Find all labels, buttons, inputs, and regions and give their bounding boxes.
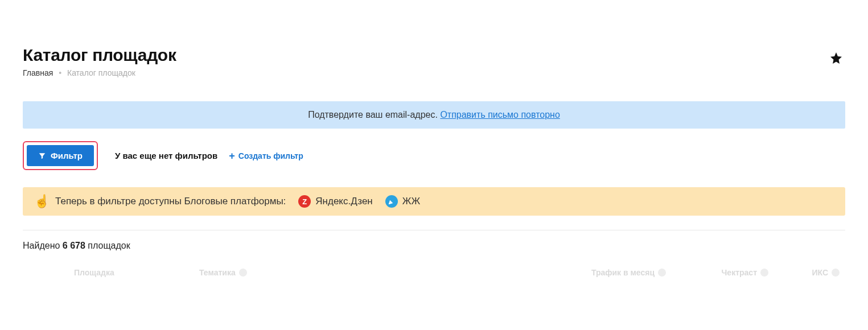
breadcrumb: Главная • Каталог площадок xyxy=(23,68,845,77)
resend-email-link[interactable]: Отправить письмо повторно xyxy=(440,110,560,119)
table-header-row: Площадка Тематика Трафик в месяц Чектрас… xyxy=(23,268,845,277)
plus-icon: + xyxy=(229,151,235,161)
livejournal-icon xyxy=(385,195,398,208)
platform-label: Яндекс.Дзен xyxy=(315,196,372,207)
info-icon xyxy=(760,269,768,277)
col-trust[interactable]: Чектраст xyxy=(666,268,768,277)
col-trust-label: Чектраст xyxy=(722,268,757,277)
col-iks-label: ИКС xyxy=(812,268,828,277)
col-topic-label: Тематика xyxy=(199,268,236,277)
email-confirm-banner: Подтвердите ваш email-адрес. Отправить п… xyxy=(23,101,845,129)
breadcrumb-home[interactable]: Главная xyxy=(23,68,53,77)
platform-livejournal[interactable]: ЖЖ xyxy=(385,195,420,208)
email-confirm-text: Подтвердите ваш email-адрес. xyxy=(308,110,438,119)
breadcrumb-current: Каталог площадок xyxy=(67,68,135,77)
filter-button-highlight: Фильтр xyxy=(23,141,98,170)
col-iks[interactable]: ИКС xyxy=(768,268,845,277)
info-icon xyxy=(832,269,840,277)
results-suffix: площадок xyxy=(88,241,130,250)
results-number: 6 678 xyxy=(63,241,85,250)
create-filter-link[interactable]: + Создать фильтр xyxy=(229,151,303,161)
no-filters-text: У вас еще нет фильтров xyxy=(115,151,217,160)
banner-text: Теперь в фильтре доступны Блоговые платф… xyxy=(55,196,286,207)
yandex-dzen-icon: Z xyxy=(298,195,311,208)
create-filter-label: Создать фильтр xyxy=(238,151,303,160)
divider xyxy=(23,230,845,230)
breadcrumb-separator: • xyxy=(55,68,65,77)
col-site[interactable]: Площадка xyxy=(23,268,199,277)
point-up-icon: ☝️ xyxy=(34,194,50,209)
info-icon xyxy=(239,269,247,277)
platform-yandex-dzen[interactable]: Z Яндекс.Дзен xyxy=(298,195,372,208)
filter-button-label: Фильтр xyxy=(51,151,83,160)
star-icon xyxy=(829,51,843,65)
funnel-icon xyxy=(38,152,46,160)
results-count: Найдено 6 678 площадок xyxy=(23,241,845,251)
results-prefix: Найдено xyxy=(23,241,60,250)
info-icon xyxy=(658,269,666,277)
filter-button[interactable]: Фильтр xyxy=(27,145,94,166)
col-site-label: Площадка xyxy=(74,268,114,277)
col-topic[interactable]: Тематика xyxy=(199,268,518,277)
col-traffic-label: Трафик в месяц xyxy=(591,268,655,277)
platform-label: ЖЖ xyxy=(402,196,420,207)
page-title: Каталог площадок xyxy=(23,46,845,65)
favorite-star-button[interactable] xyxy=(829,51,845,67)
blog-platforms-banner: ☝️ Теперь в фильтре доступны Блоговые пл… xyxy=(23,187,845,216)
col-traffic[interactable]: Трафик в месяц xyxy=(518,268,666,277)
